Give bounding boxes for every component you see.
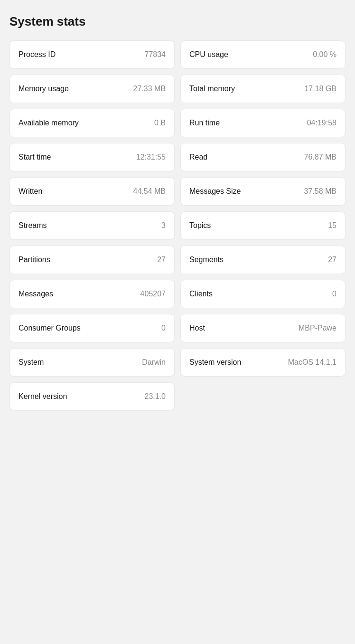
stat-value-system: Darwin xyxy=(142,358,166,367)
stat-value-total-memory: 17.18 GB xyxy=(304,85,336,93)
stat-value-topics: 15 xyxy=(328,221,336,230)
stat-label-start-time: Start time xyxy=(19,153,51,161)
stat-label-total-memory: Total memory xyxy=(189,85,235,93)
stat-value-messages: 405207 xyxy=(140,290,166,298)
stat-card-cpu-usage: CPU usage0.00 % xyxy=(180,40,346,69)
stat-label-run-time: Run time xyxy=(189,119,220,127)
stat-value-consumer-groups: 0 xyxy=(161,324,166,332)
stat-card-messages-size: Messages Size37.58 MB xyxy=(180,177,346,206)
stat-card-run-time: Run time04:19:58 xyxy=(180,109,346,137)
stat-label-kernel-version: Kernel version xyxy=(19,392,67,401)
stat-card-process-id: Process ID77834 xyxy=(9,40,175,69)
stats-grid: Process ID77834CPU usage0.00 %Memory usa… xyxy=(9,40,346,411)
stat-label-written: Written xyxy=(19,187,42,196)
stat-label-segments: Segments xyxy=(189,256,224,264)
stat-label-process-id: Process ID xyxy=(19,50,56,59)
stat-card-segments: Segments27 xyxy=(180,246,346,274)
stat-label-system-version: System version xyxy=(189,358,241,367)
stat-label-read: Read xyxy=(189,153,207,161)
stat-label-messages-size: Messages Size xyxy=(189,187,241,196)
stat-value-available-memory: 0 B xyxy=(154,119,166,127)
stat-card-start-time: Start time12:31:55 xyxy=(9,143,175,171)
stat-card-available-memory: Available memory0 B xyxy=(9,109,175,137)
stat-card-system: SystemDarwin xyxy=(9,348,175,377)
stat-label-cpu-usage: CPU usage xyxy=(189,50,228,59)
stat-value-read: 76.87 MB xyxy=(304,153,336,161)
stat-value-cpu-usage: 0.00 % xyxy=(313,50,336,59)
stat-card-kernel-version: Kernel version23.1.0 xyxy=(9,382,175,411)
stat-value-messages-size: 37.58 MB xyxy=(304,187,336,196)
stat-label-partitions: Partitions xyxy=(19,256,50,264)
stat-value-clients: 0 xyxy=(332,290,336,298)
stat-card-clients: Clients0 xyxy=(180,280,346,308)
stat-label-topics: Topics xyxy=(189,221,211,230)
stat-value-written: 44.54 MB xyxy=(133,187,166,196)
stat-label-consumer-groups: Consumer Groups xyxy=(19,324,81,332)
stat-card-partitions: Partitions27 xyxy=(9,246,175,274)
stat-card-host: HostMBP-Pawe xyxy=(180,314,346,342)
stat-card-memory-usage: Memory usage27.33 MB xyxy=(9,75,175,103)
stat-label-streams: Streams xyxy=(19,221,47,230)
stat-label-available-memory: Available memory xyxy=(19,119,79,127)
stat-card-streams: Streams3 xyxy=(9,211,175,240)
stat-value-host: MBP-Pawe xyxy=(299,324,336,332)
page-title: System stats xyxy=(9,14,346,29)
stat-label-host: Host xyxy=(189,324,205,332)
stat-card-topics: Topics15 xyxy=(180,211,346,240)
stat-value-segments: 27 xyxy=(328,256,336,264)
stat-card-total-memory: Total memory17.18 GB xyxy=(180,75,346,103)
stat-card-written: Written44.54 MB xyxy=(9,177,175,206)
stat-value-start-time: 12:31:55 xyxy=(136,153,166,161)
stat-value-partitions: 27 xyxy=(157,256,166,264)
stat-label-messages: Messages xyxy=(19,290,53,298)
stat-card-read: Read76.87 MB xyxy=(180,143,346,171)
stat-value-run-time: 04:19:58 xyxy=(307,119,336,127)
stat-label-memory-usage: Memory usage xyxy=(19,85,69,93)
stat-card-system-version: System versionMacOS 14.1.1 xyxy=(180,348,346,377)
stat-value-streams: 3 xyxy=(161,221,166,230)
stat-label-clients: Clients xyxy=(189,290,213,298)
stat-card-consumer-groups: Consumer Groups0 xyxy=(9,314,175,342)
stat-value-process-id: 77834 xyxy=(145,50,166,59)
stat-value-kernel-version: 23.1.0 xyxy=(145,392,166,401)
stat-label-system: System xyxy=(19,358,44,367)
stat-value-memory-usage: 27.33 MB xyxy=(133,85,166,93)
stat-card-messages: Messages405207 xyxy=(9,280,175,308)
stat-value-system-version: MacOS 14.1.1 xyxy=(288,358,336,367)
